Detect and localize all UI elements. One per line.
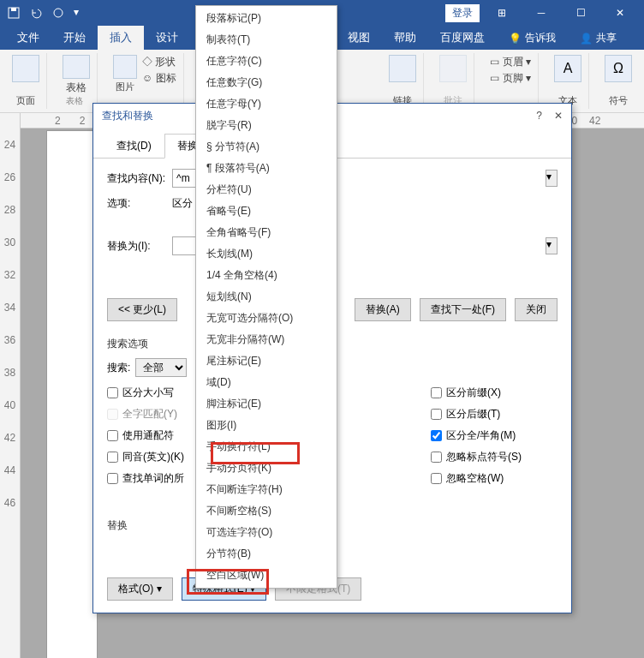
ribbon-options-icon[interactable]: ⊞ (485, 1, 519, 25)
svg-rect-1 (11, 8, 16, 11)
header-button[interactable]: ▭ 页眉 ▾ (490, 55, 531, 69)
tab-baidu[interactable]: 百度网盘 (428, 26, 497, 50)
tab-home[interactable]: 开始 (51, 26, 98, 50)
menu-item-11[interactable]: 长划线(M) (196, 243, 337, 265)
tab-design[interactable]: 设计 (144, 26, 190, 50)
less-button[interactable]: << 更少(L) (107, 298, 177, 321)
dialog-close-icon[interactable]: ✕ (554, 110, 563, 122)
format-button[interactable]: 格式(O) ▾ (107, 577, 173, 601)
tab-tell-me[interactable]: 💡告诉我 (497, 27, 568, 50)
chk-suffix[interactable]: 区分后缀(T) (431, 407, 558, 422)
ribbon-group-comment[interactable]: 批注 (432, 53, 474, 109)
link-icon (389, 55, 416, 82)
document-page[interactable] (46, 130, 98, 658)
menu-item-15[interactable]: 无宽非分隔符(W) (196, 329, 337, 350)
ribbon-group-text[interactable]: A文本 (547, 53, 589, 109)
redo-icon[interactable] (51, 6, 65, 20)
undo-icon[interactable] (29, 6, 43, 20)
tab-help[interactable]: 帮助 (382, 26, 428, 50)
menu-item-3[interactable]: 任意数字(G) (196, 72, 337, 93)
find-what-label: 查找内容(N): (107, 171, 167, 186)
menu-item-1[interactable]: 制表符(T) (196, 29, 337, 51)
menu-item-7[interactable]: ¶ 段落符号(A) (196, 158, 337, 179)
menu-item-4[interactable]: 任意字母(Y) (196, 93, 337, 115)
save-icon[interactable] (7, 6, 21, 20)
special-format-menu: 段落标记(P)制表符(T)任意字符(C)任意数字(G)任意字母(Y)脱字号(R)… (195, 5, 337, 589)
find-next-button[interactable]: 查找下一处(F) (420, 298, 506, 321)
close-icon[interactable]: ✕ (603, 1, 637, 25)
menu-item-12[interactable]: 1/4 全角空格(4) (196, 265, 337, 286)
menu-item-0[interactable]: 段落标记(P) (196, 8, 337, 29)
chk-full-half[interactable]: 区分全/半角(M) (431, 428, 558, 443)
tab-file[interactable]: 文件 (5, 26, 51, 50)
replace-all-button[interactable]: 替换(A) (355, 298, 411, 321)
search-direction-select[interactable]: 全部 (135, 358, 187, 377)
symbol-icon: Ω (605, 55, 632, 82)
dialog-help-icon[interactable]: ? (536, 110, 542, 122)
menu-item-10[interactable]: 全角省略号(F) (196, 222, 337, 243)
menu-item-17[interactable]: 域(D) (196, 372, 337, 393)
options-label: 选项: (107, 196, 167, 211)
icons-button[interactable]: ☺ 图标 (142, 71, 176, 86)
menu-item-16[interactable]: 尾注标记(E) (196, 350, 337, 372)
menu-item-5[interactable]: 脱字号(R) (196, 115, 337, 136)
ribbon-group-headerfooter: ▭ 页眉 ▾ ▭ 页脚 ▾ (483, 53, 539, 109)
replace-dropdown-icon[interactable]: ▾ (546, 237, 558, 254)
vertical-ruler: 24262830 32343638 40424446 (0, 113, 21, 658)
picture-icon[interactable] (113, 55, 137, 79)
ribbon-group-page[interactable]: 页面 (5, 53, 47, 109)
ribbon-group-symbol[interactable]: Ω符号 (598, 53, 639, 109)
bulb-icon: 💡 (509, 33, 522, 45)
search-direction-label: 搜索: (107, 361, 130, 375)
footer-button[interactable]: ▭ 页脚 ▾ (490, 71, 531, 86)
comment-icon (439, 55, 467, 82)
table-icon (63, 55, 90, 79)
menu-item-21[interactable]: 手动分页符(K) (196, 458, 337, 479)
tab-view[interactable]: 视图 (336, 26, 382, 50)
options-value: 区分 (172, 196, 193, 211)
menu-item-23[interactable]: 不间断空格(S) (196, 500, 337, 522)
menu-item-6[interactable]: § 分节符(A) (196, 136, 337, 158)
menu-item-20[interactable]: 手动换行符(L) (196, 436, 337, 458)
menu-item-18[interactable]: 脚注标记(E) (196, 393, 337, 415)
find-dropdown-icon[interactable]: ▾ (546, 170, 558, 187)
close-button[interactable]: 关闭 (515, 298, 558, 321)
menu-item-25[interactable]: 分节符(B) (196, 543, 337, 565)
tab-insert[interactable]: 插入 (98, 26, 144, 50)
menu-item-9[interactable]: 省略号(E) (196, 200, 337, 222)
menu-item-13[interactable]: 短划线(N) (196, 286, 337, 308)
maximize-icon[interactable]: ☐ (564, 1, 598, 25)
ribbon-group-illust: 图片 ◇ 形状 ☺ 图标 (106, 53, 184, 109)
menu-item-26[interactable]: 空白区域(W) (196, 565, 337, 586)
qat-icon[interactable]: ▾ (74, 6, 87, 20)
dialog-tab-find[interactable]: 查找(D) (104, 134, 164, 159)
chk-prefix[interactable]: 区分前缀(X) (431, 386, 558, 400)
text-icon: A (554, 55, 581, 82)
ribbon-group-table[interactable]: 表格表格 (56, 53, 98, 109)
quick-access-toolbar: ▾ (7, 6, 87, 20)
menu-item-2[interactable]: 任意字符(C) (196, 51, 337, 72)
menu-item-19[interactable]: 图形(I) (196, 415, 337, 436)
minimize-icon[interactable]: ─ (524, 1, 558, 25)
page-icon (12, 55, 39, 82)
menu-item-8[interactable]: 分栏符(U) (196, 179, 337, 200)
dialog-title: 查找和替换 (102, 109, 153, 123)
menu-item-24[interactable]: 可选连字符(O) (196, 522, 337, 543)
menu-item-14[interactable]: 无宽可选分隔符(O) (196, 308, 337, 329)
svg-point-2 (54, 9, 63, 17)
replace-with-label: 替换为(I): (107, 239, 167, 254)
share-icon: 👤 (580, 33, 593, 45)
chk-ignore-space[interactable]: 忽略空格(W) (431, 471, 558, 486)
menu-item-22[interactable]: 不间断连字符(H) (196, 479, 337, 500)
login-button[interactable]: 登录 (445, 4, 480, 22)
ribbon-group-link[interactable]: 链接 (382, 53, 424, 109)
tab-share[interactable]: 👤共享 (568, 27, 629, 50)
chk-ignore-punct[interactable]: 忽略标点符号(S) (431, 450, 558, 464)
shapes-button[interactable]: ◇ 形状 (142, 55, 176, 69)
